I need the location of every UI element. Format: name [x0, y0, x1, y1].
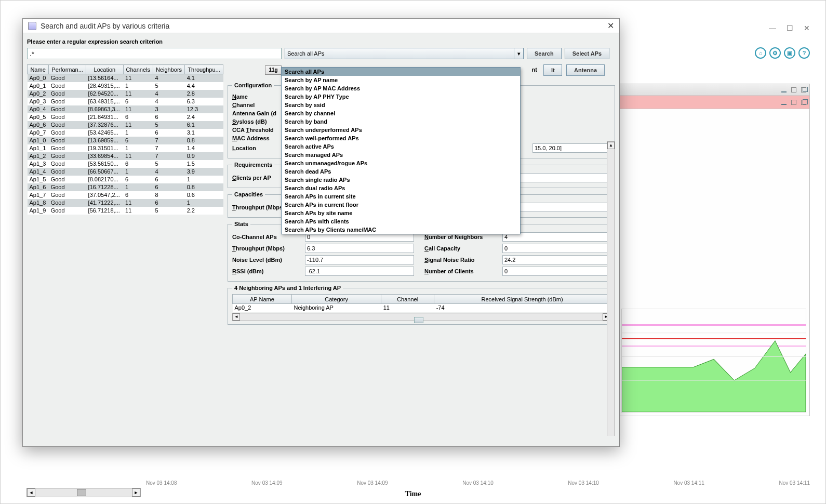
panel-restore-icon[interactable]: [801, 87, 806, 92]
column-header[interactable]: Category: [291, 295, 381, 304]
minimize-icon[interactable]: —: [769, 24, 776, 32]
snr-field[interactable]: [502, 255, 611, 264]
table-row[interactable]: Ap0_0Good[13.56164...1144.1: [28, 74, 223, 82]
ap-results-table[interactable]: NamePerforman...LocationChannelsNeighbor…: [27, 64, 223, 215]
dropdown-option[interactable]: Search underperformed APs: [282, 126, 520, 134]
right-panel-vertical-scrollbar[interactable]: ▲: [607, 141, 615, 436]
column-header[interactable]: Name: [28, 65, 49, 74]
panel-maximize-icon[interactable]: [791, 87, 796, 92]
parent-window-controls: — ☐ ✕: [769, 24, 810, 32]
column-header[interactable]: Location: [86, 65, 124, 74]
search-type-dropdown-list[interactable]: Search all APsSearch by AP nameSearch by…: [281, 67, 521, 234]
dropdown-option[interactable]: Search APs with clients: [282, 217, 520, 226]
dropdown-option[interactable]: Search by channel: [282, 109, 520, 117]
dropdown-option[interactable]: Search by AP name: [282, 76, 520, 84]
bottom-horizontal-scrollbar[interactable]: ◄ ►: [26, 488, 141, 497]
table-row[interactable]: Ap1_6Good[16.71228...160.8: [28, 183, 223, 191]
close-icon[interactable]: ✕: [804, 24, 810, 32]
gear-icon[interactable]: ⚙: [769, 47, 781, 59]
dropdown-option[interactable]: Search APs in current site: [282, 192, 520, 201]
dropdown-option[interactable]: Search by band: [282, 117, 520, 126]
dropdown-option[interactable]: Search by ssid: [282, 101, 520, 109]
dropdown-option[interactable]: Search APs by site name: [282, 209, 520, 217]
table-row[interactable]: Ap1_9Good[56.71218,...1152.2: [28, 207, 223, 215]
num-clients-field[interactable]: [502, 267, 611, 276]
table-row[interactable]: Ap0_4Good[8.69863,3...11312.3: [28, 105, 223, 113]
neighboring-aps-fieldset: 4 Neighboring APs and 1 Interfering AP A…: [228, 285, 615, 325]
table-row[interactable]: Ap1_4Good[66.50667...143.9: [28, 168, 223, 176]
stats-throughput-field[interactable]: [305, 244, 414, 253]
table-row[interactable]: Ap0_2Good[62.94520...1142.8: [28, 90, 223, 98]
table-row[interactable]: Ap0_5Good[21.84931...662.4: [28, 113, 223, 121]
toolbar-round-buttons: ⌂ ⚙ ▣ ?: [755, 47, 810, 59]
panel2-restore-icon[interactable]: [801, 100, 806, 105]
location-field[interactable]: [532, 143, 610, 153]
neighbor-horizontal-scrollbar[interactable]: ◄ ►: [232, 313, 610, 321]
table-row[interactable]: Ap1_5Good[8.082170...661: [28, 176, 223, 183]
noise-field[interactable]: [305, 255, 414, 264]
num-clients-label: Number of Clients: [424, 268, 502, 274]
dropdown-option[interactable]: Search by AP PHY Type: [282, 92, 520, 101]
scroll-left-icon[interactable]: ◄: [233, 313, 240, 321]
home-icon[interactable]: ⌂: [755, 47, 766, 59]
table-row[interactable]: Ap1_8Good[41.71222,...1161: [28, 199, 223, 207]
dropdown-option[interactable]: Search dual radio APs: [282, 184, 520, 192]
scroll-right-icon[interactable]: ►: [132, 488, 140, 497]
table-row[interactable]: Ap1_2Good[33.69854...1170.9: [28, 152, 223, 160]
stats-throughput-label: Throughput (Mbps): [232, 245, 305, 251]
column-header[interactable]: AP Name: [233, 295, 292, 304]
dropdown-option[interactable]: Search dead APs: [282, 167, 520, 176]
table-row[interactable]: Ap0_1Good[28.49315,...154.4: [28, 82, 223, 90]
stats-callcap-field[interactable]: [502, 244, 611, 253]
dropdown-option[interactable]: Search unmanaged/rogue APs: [282, 159, 520, 167]
scroll-left-icon[interactable]: ◄: [27, 488, 35, 497]
antenna-button[interactable]: Antenna: [566, 64, 605, 76]
criterion-label: Please enter a regular expression search…: [27, 38, 615, 45]
stop-icon[interactable]: ▣: [784, 47, 795, 59]
chevron-down-icon[interactable]: ▾: [514, 48, 523, 59]
column-header[interactable]: Neighbors: [153, 65, 184, 74]
search-type-combobox[interactable]: Search all APs ▾: [285, 48, 524, 59]
neighboring-aps-table[interactable]: AP NameCategoryChannelReceived Signal St…: [232, 294, 610, 312]
cochannel-label: Co-Channel APs: [232, 234, 305, 240]
dropdown-option[interactable]: Search all APs: [282, 68, 520, 76]
rssi-field[interactable]: [305, 267, 414, 276]
background-chart: [621, 309, 806, 413]
column-header[interactable]: Throughpu...: [185, 65, 223, 74]
scroll-thumb[interactable]: [77, 489, 86, 496]
table-row[interactable]: Ap0_3Good[63.49315,...646.3: [28, 98, 223, 105]
help-icon[interactable]: ?: [798, 47, 810, 59]
table-row[interactable]: Ap1_0Good[13.69859...670.8: [28, 137, 223, 144]
column-header[interactable]: Channels: [123, 65, 153, 74]
dropdown-option[interactable]: Search managed APs: [282, 151, 520, 159]
lt-button[interactable]: lt: [543, 64, 562, 76]
dropdown-option[interactable]: Search single radio APs: [282, 176, 520, 184]
scroll-thumb[interactable]: [414, 317, 423, 323]
panel2-maximize-icon[interactable]: [791, 100, 796, 105]
regex-input[interactable]: [27, 48, 282, 59]
dropdown-option[interactable]: Search APs by Clients name/MAC: [282, 226, 520, 234]
phy-type-badge[interactable]: 11g: [265, 65, 282, 75]
table-row[interactable]: Ap0_7Good[53.42465...163.1: [28, 129, 223, 137]
dropdown-option[interactable]: Search by AP MAC Address: [282, 84, 520, 92]
dropdown-option[interactable]: Search APs in current floor: [282, 201, 520, 209]
column-header[interactable]: Performan...: [49, 65, 86, 74]
dropdown-option[interactable]: Search well-performed APs: [282, 134, 520, 142]
maximize-icon[interactable]: ☐: [787, 24, 793, 32]
scroll-up-icon[interactable]: ▲: [607, 142, 615, 149]
dropdown-option[interactable]: Search active APs: [282, 142, 520, 151]
dialog-close-icon[interactable]: ✕: [607, 21, 614, 31]
table-row[interactable]: Ap0_6Good[37.32876...1156.1: [28, 121, 223, 129]
table-row[interactable]: Ap1_7Good[37.0547,2...680.6: [28, 191, 223, 199]
panel-minimize-icon[interactable]: [781, 87, 787, 92]
noise-label: Noise Level (dBm): [232, 257, 305, 263]
table-row[interactable]: Ap1_3Good[53.56150...651.5: [28, 160, 223, 168]
select-aps-button[interactable]: Select APs: [565, 48, 609, 59]
column-header[interactable]: Channel: [381, 295, 434, 304]
rssi-label: RSSI (dBm): [232, 268, 305, 274]
dialog-titlebar: Search and audit APs by various criteria…: [23, 19, 619, 33]
column-header[interactable]: Received Signal Strength (dBm): [434, 295, 610, 304]
panel2-minimize-icon[interactable]: [781, 100, 787, 105]
table-row[interactable]: Ap1_1Good[19.31501...171.4: [28, 144, 223, 152]
search-button[interactable]: Search: [527, 48, 562, 59]
